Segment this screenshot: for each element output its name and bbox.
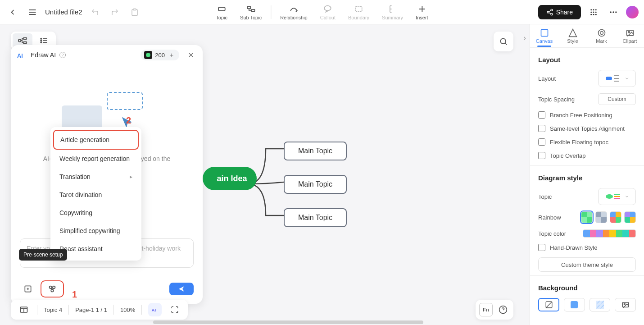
menu-item-weekly[interactable]: Weekly report generation	[53, 150, 139, 168]
check-branch-free[interactable]: Branch Free Positioning	[538, 111, 636, 119]
svg-rect-3	[133, 9, 136, 10]
user-avatar[interactable]	[626, 6, 639, 18]
tool-subtopic-label: Sub Topic	[240, 15, 262, 20]
back-button[interactable]	[5, 5, 20, 19]
share-button[interactable]: Share	[538, 5, 581, 19]
tool-boundary[interactable]: Boundary	[342, 2, 376, 22]
right-panel: Canvas Style Mark Clipart Layout Layout	[530, 24, 644, 325]
file-title[interactable]: Untitled file2	[45, 8, 82, 16]
more-button[interactable]	[606, 5, 621, 19]
svg-point-7	[325, 5, 331, 10]
topic-count: Topic 4	[44, 307, 62, 313]
horizontal-scrollbar[interactable]	[153, 320, 423, 324]
rainbow-swatch-1[interactable]	[581, 211, 593, 223]
tool-relationship-label: Relationship	[280, 15, 308, 20]
spacing-custom-button[interactable]: Custom	[598, 93, 636, 105]
tool-topic[interactable]: Topic	[209, 2, 234, 22]
rainbow-swatch-3[interactable]	[610, 211, 621, 223]
fn-button[interactable]: Fn	[479, 303, 493, 316]
tool-callout[interactable]: Callout	[314, 2, 342, 22]
svg-point-52	[628, 31, 629, 32]
svg-point-22	[590, 14, 592, 15]
main-area: AI Edraw AI ? 200 + AI-generated content…	[0, 24, 644, 325]
rainbow-swatch-4[interactable]	[624, 211, 636, 223]
redo-button[interactable]	[108, 5, 122, 19]
svg-point-25	[610, 11, 612, 13]
tool-subtopic[interactable]: Sub Topic	[234, 2, 268, 22]
menu-item-article[interactable]: Article generation	[53, 130, 139, 150]
top-bar: Untitled file2 Topic Sub Topic Relations…	[0, 0, 644, 24]
undo-button[interactable]	[88, 5, 102, 19]
background-options	[538, 298, 636, 311]
rainbow-swatch-2[interactable]	[595, 211, 607, 223]
bg-option-none[interactable]	[538, 298, 559, 311]
tool-insert[interactable]: Insert	[409, 2, 435, 22]
root-topic[interactable]: ain Idea	[203, 167, 257, 190]
help-button[interactable]	[496, 303, 510, 316]
topic-color-label: Topic color	[538, 230, 566, 237]
check-same-level[interactable]: Same-level Topics Alignment	[538, 125, 636, 132]
annotation-1: 1	[72, 289, 77, 300]
prescene-tooltip: Pre-scene setup	[19, 249, 67, 261]
tab-clipart[interactable]: Clipart	[616, 26, 644, 46]
svg-point-20	[593, 11, 594, 13]
svg-marker-48	[569, 29, 576, 37]
menu-item-tarot[interactable]: Tarot divination	[53, 186, 139, 204]
ai-prescene-menu: Article generation Weekly report generat…	[50, 127, 141, 261]
check-hand-drawn[interactable]: Hand-Drawn Style	[538, 244, 636, 251]
chevron-right-icon: ▸	[130, 174, 132, 180]
svg-point-49	[598, 29, 605, 36]
child-topic-2[interactable]: Main Topic	[284, 175, 347, 194]
svg-point-45	[500, 38, 506, 44]
search-icon	[499, 37, 508, 46]
layout-select[interactable]	[598, 70, 636, 87]
child-topic-1[interactable]: Main Topic	[284, 142, 347, 160]
diagram-topic-select[interactable]	[598, 188, 636, 205]
menu-item-copywriting[interactable]: Copywriting	[53, 204, 139, 222]
menu-item-translation[interactable]: Translation▸	[53, 168, 139, 186]
collapse-panel-button[interactable]	[522, 35, 528, 43]
tool-topic-label: Topic	[216, 15, 227, 20]
tool-relationship[interactable]: Relationship	[274, 2, 314, 22]
topic-style-preview-icon	[605, 192, 623, 201]
svg-point-57	[606, 194, 613, 199]
tool-insert-label: Insert	[416, 15, 428, 20]
svg-rect-5	[247, 6, 250, 9]
tab-mark[interactable]: Mark	[587, 26, 616, 46]
bg-option-pattern[interactable]	[590, 298, 611, 311]
apps-button[interactable]	[586, 5, 601, 19]
bb-separator	[37, 305, 37, 315]
svg-point-26	[612, 11, 614, 13]
search-button[interactable]	[494, 32, 513, 51]
svg-line-62	[546, 302, 552, 308]
svg-line-14	[549, 13, 551, 14]
tab-canvas[interactable]: Canvas	[530, 26, 558, 46]
menu-item-simplified[interactable]: Simplified copywriting	[53, 222, 139, 240]
svg-line-46	[505, 43, 507, 45]
menu-button[interactable]	[25, 5, 40, 19]
zoom-level[interactable]: 100%	[120, 307, 135, 313]
svg-point-16	[590, 9, 592, 10]
child-topic-3[interactable]: Main Topic	[284, 208, 347, 227]
custom-theme-button[interactable]: Custom theme style	[538, 257, 636, 272]
topic-color-strip[interactable]	[583, 229, 636, 238]
bottom-right-bar: Fn	[476, 300, 513, 320]
check-flexible[interactable]: Flexible Floating topoc	[538, 138, 636, 146]
bg-option-solid[interactable]	[564, 298, 585, 311]
svg-rect-6	[251, 9, 254, 11]
bg-option-image[interactable]	[615, 298, 636, 311]
check-overlap[interactable]: Topic Overlap	[538, 152, 636, 159]
annotation-2: 2	[126, 115, 131, 126]
tab-style[interactable]: Style	[558, 26, 587, 46]
bb-ai-button[interactable]: AI	[148, 303, 162, 316]
svg-point-24	[595, 14, 597, 15]
minimap-button[interactable]	[17, 303, 31, 316]
paste-button[interactable]	[127, 5, 142, 19]
rainbow-label: Rainbow	[538, 214, 561, 221]
fullscreen-button[interactable]	[168, 303, 181, 316]
svg-point-50	[600, 31, 603, 34]
background-section-title: Background	[538, 284, 636, 292]
tool-summary[interactable]: Summary	[376, 2, 409, 22]
bb-separator	[68, 305, 69, 315]
page-indicator[interactable]: Page-1 1 / 1	[75, 307, 107, 313]
